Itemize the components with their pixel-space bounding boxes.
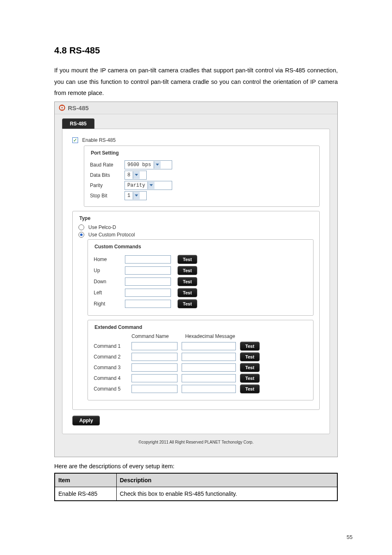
copyright-text: ©copyright 2011 All Right Reserved PLANE… xyxy=(55,440,337,444)
enable-rs485-row: ✓ Enable RS-485 xyxy=(72,137,320,143)
stop-bit-label: Stop Bit xyxy=(90,193,119,199)
ext-row-3-label: Command 3 xyxy=(94,365,127,370)
chevron-down-icon xyxy=(133,192,140,199)
ext-row-4-name-input[interactable] xyxy=(131,374,178,382)
intro-paragraph: If you mount the IP camera on pan-tilt c… xyxy=(54,65,338,99)
extended-command-fieldset: Extended Command Command Name Hexadecima… xyxy=(88,320,314,400)
cc-down-input[interactable] xyxy=(125,278,171,286)
type-legend: Type xyxy=(78,215,92,221)
th-description: Description xyxy=(116,473,337,487)
ext-row-3-test-button[interactable]: Test xyxy=(240,363,260,372)
td-desc: Check this box to enable RS-485 function… xyxy=(116,487,337,501)
ext-row-1-name-input[interactable] xyxy=(131,342,178,350)
pin-icon xyxy=(59,104,65,111)
ext-row-1-label: Command 1 xyxy=(94,343,127,349)
chevron-down-icon xyxy=(154,161,161,169)
ext-row-5-label: Command 5 xyxy=(94,386,127,392)
description-table: Item Description Enable RS-485 Check thi… xyxy=(54,473,338,501)
ext-row-1-test-button[interactable]: Test xyxy=(240,342,260,351)
cc-left-label: Left xyxy=(94,290,118,296)
ext-head-hex: Hexadecimal Message xyxy=(185,333,235,339)
data-bits-label: Data Bits xyxy=(90,172,119,178)
parity-value: Parity xyxy=(127,183,148,188)
ext-row-5-test-button[interactable]: Test xyxy=(240,384,260,393)
port-setting-legend: Port Setting xyxy=(89,150,120,156)
ext-row-2-test-button[interactable]: Test xyxy=(240,352,260,361)
stop-bit-select[interactable]: 1 xyxy=(125,191,147,200)
custom-commands-fieldset: Custom Commands Home Test Up Test Down xyxy=(88,239,314,316)
ext-row-3-name-input[interactable] xyxy=(131,363,178,372)
ext-row-1-hex-input[interactable] xyxy=(182,342,236,350)
data-bits-select[interactable]: 8 xyxy=(125,171,147,180)
ext-row-2-hex-input[interactable] xyxy=(182,353,236,361)
use-pelco-label: Use Pelco-D xyxy=(88,224,116,230)
cc-up-test-button[interactable]: Test xyxy=(178,266,197,275)
th-item: Item xyxy=(55,473,116,487)
window-header: RS-485 xyxy=(55,102,337,114)
ext-row-2-label: Command 2 xyxy=(94,354,127,360)
ext-row-4-hex-input[interactable] xyxy=(182,374,236,382)
cc-down-label: Down xyxy=(94,279,118,284)
baud-rate-label: Baud Rate xyxy=(90,162,119,168)
cc-home-test-button[interactable]: Test xyxy=(178,255,197,264)
ext-head-name: Command Name xyxy=(131,333,169,339)
type-fieldset: Type Use Pelco-D Use Custom Protocol Cus… xyxy=(72,211,320,410)
chevron-down-icon xyxy=(133,171,140,179)
ext-row-5-name-input[interactable] xyxy=(131,385,178,393)
cc-home-label: Home xyxy=(94,257,118,262)
enable-rs485-label: Enable RS-485 xyxy=(82,137,115,143)
cc-left-test-button[interactable]: Test xyxy=(178,288,197,297)
parity-select[interactable]: Parity xyxy=(125,181,172,190)
chevron-down-icon xyxy=(148,182,154,189)
page-number: 55 xyxy=(347,534,353,540)
ext-row-3-hex-input[interactable] xyxy=(182,363,236,372)
baud-rate-select[interactable]: 9600 bps xyxy=(125,160,172,169)
apply-button[interactable]: Apply xyxy=(72,416,100,426)
stop-bit-value: 1 xyxy=(127,193,133,199)
enable-rs485-checkbox[interactable]: ✓ xyxy=(72,137,78,143)
rs485-screenshot: RS-485 RS-485 ✓ Enable RS-485 Port Setti… xyxy=(54,102,338,457)
tab-bar: RS-485 xyxy=(62,118,330,129)
check-icon: ✓ xyxy=(73,138,77,143)
baud-rate-value: 9600 bps xyxy=(127,162,154,168)
cc-down-test-button[interactable]: Test xyxy=(178,277,197,286)
custom-commands-legend: Custom Commands xyxy=(93,244,143,250)
use-pelco-radio[interactable] xyxy=(78,224,84,230)
data-bits-value: 8 xyxy=(127,172,133,178)
cc-up-input[interactable] xyxy=(125,266,171,275)
rs485-panel: ✓ Enable RS-485 Port Setting Baud Rate 9… xyxy=(62,129,330,434)
cc-right-label: Right xyxy=(94,301,118,307)
tab-rs485[interactable]: RS-485 xyxy=(62,118,95,129)
cc-home-input[interactable] xyxy=(125,255,171,264)
table-caption: Here are the descriptions of every setup… xyxy=(54,463,338,469)
section-heading: 4.8 RS-485 xyxy=(54,45,338,56)
use-custom-radio[interactable] xyxy=(78,232,84,238)
ext-row-4-test-button[interactable]: Test xyxy=(240,374,260,383)
parity-label: Parity xyxy=(90,183,119,188)
extended-command-legend: Extended Command xyxy=(93,324,144,330)
cc-right-test-button[interactable]: Test xyxy=(178,299,197,308)
window-title: RS-485 xyxy=(68,104,89,111)
svg-point-1 xyxy=(62,107,63,109)
use-custom-label: Use Custom Protocol xyxy=(88,232,135,238)
port-setting-fieldset: Port Setting Baud Rate 9600 bps Data Bit… xyxy=(84,146,320,207)
cc-up-label: Up xyxy=(94,268,118,273)
ext-row-2-name-input[interactable] xyxy=(131,353,178,361)
cc-left-input[interactable] xyxy=(125,289,171,297)
table-row: Enable RS-485 Check this box to enable R… xyxy=(55,487,337,501)
ext-row-5-hex-input[interactable] xyxy=(182,385,236,393)
ext-row-4-label: Command 4 xyxy=(94,375,127,381)
cc-right-input[interactable] xyxy=(125,300,171,308)
td-item: Enable RS-485 xyxy=(55,487,116,501)
